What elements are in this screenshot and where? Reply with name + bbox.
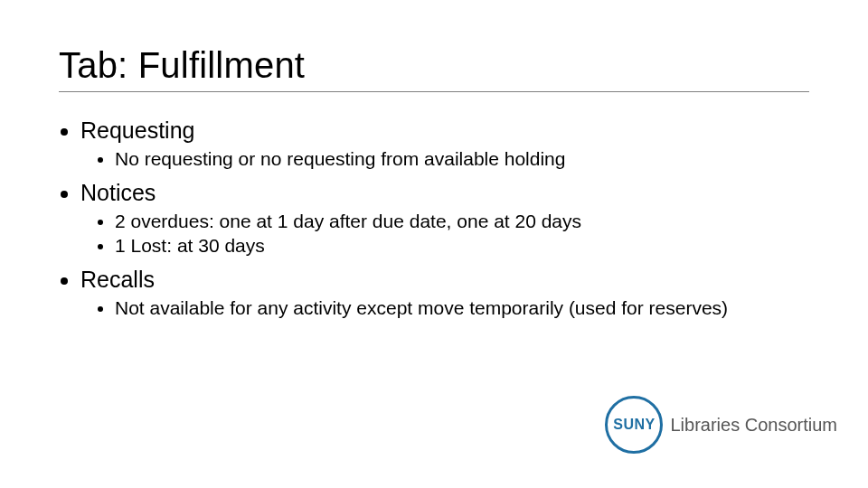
sub-list: No requesting or no requesting from avai… [80, 147, 809, 171]
suny-logo: SUNY Libraries Consortium [605, 396, 837, 454]
sub-list: 2 overdues: one at 1 day after due date,… [80, 210, 809, 258]
sub-list-item: 1 Lost: at 30 days [115, 234, 809, 258]
sub-list-item: No requesting or no requesting from avai… [115, 147, 809, 171]
list-item-label: Requesting [80, 117, 194, 144]
list-item: Recalls Not available for any activity e… [80, 267, 809, 320]
logo-text: Libraries Consortium [670, 415, 837, 436]
logo-circle-icon: SUNY [605, 396, 663, 454]
bullet-list: Requesting No requesting or no requestin… [59, 117, 809, 320]
logo-circle-text: SUNY [613, 417, 655, 433]
title-underline [59, 91, 809, 92]
list-item: Notices 2 overdues: one at 1 day after d… [80, 180, 809, 258]
slide-title: Tab: Fulfillment [59, 45, 809, 86]
sub-list: Not available for any activity except mo… [80, 296, 809, 320]
sub-list-item: Not available for any activity except mo… [115, 296, 809, 320]
list-item-label: Recalls [80, 267, 155, 293]
sub-list-item: 2 overdues: one at 1 day after due date,… [115, 210, 809, 233]
slide: Tab: Fulfillment Requesting No requestin… [0, 0, 868, 488]
list-item: Requesting No requesting or no requestin… [80, 117, 809, 171]
list-item-label: Notices [80, 180, 156, 206]
